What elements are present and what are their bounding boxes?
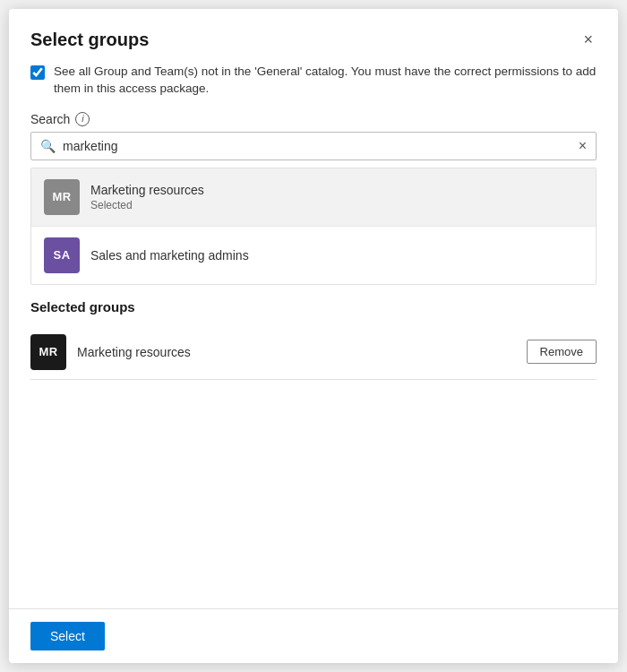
select-button[interactable]: Select bbox=[30, 622, 105, 650]
result-name-mr: Marketing resources bbox=[90, 183, 204, 197]
close-button[interactable]: × bbox=[580, 27, 597, 53]
result-name-sa: Sales and marketing admins bbox=[90, 248, 249, 263]
remove-button-mr[interactable]: Remove bbox=[527, 340, 597, 364]
search-box: 🔍 × bbox=[30, 132, 597, 160]
dialog-body: See all Group and Team(s) not in the 'Ge… bbox=[9, 64, 618, 608]
avatar-sa: SA bbox=[44, 237, 80, 273]
see-all-groups-row: See all Group and Team(s) not in the 'Ge… bbox=[30, 64, 597, 98]
dialog-footer: Select bbox=[9, 608, 618, 663]
selected-group-item-mr: MR Marketing resources Remove bbox=[30, 325, 597, 380]
see-all-groups-checkbox[interactable] bbox=[30, 65, 45, 80]
dialog-header: Select groups × bbox=[9, 9, 618, 64]
search-label-row: Search i bbox=[30, 112, 597, 126]
selected-avatar-mr: MR bbox=[30, 334, 66, 370]
result-info-sa: Sales and marketing admins bbox=[90, 248, 249, 263]
result-item-marketing-resources[interactable]: MR Marketing resources Selected bbox=[31, 168, 596, 227]
clear-search-button[interactable]: × bbox=[579, 138, 587, 154]
search-input[interactable] bbox=[63, 139, 571, 153]
search-icon: 🔍 bbox=[40, 139, 56, 153]
clear-icon: × bbox=[579, 138, 587, 154]
selected-group-name-mr: Marketing resources bbox=[77, 345, 516, 359]
selected-groups-title: Selected groups bbox=[30, 299, 597, 314]
avatar-mr: MR bbox=[44, 179, 80, 215]
result-info-mr: Marketing resources Selected bbox=[90, 183, 204, 211]
results-list: MR Marketing resources Selected SA Sales… bbox=[30, 168, 597, 285]
close-icon: × bbox=[583, 30, 593, 49]
result-status-mr: Selected bbox=[90, 199, 204, 211]
select-groups-dialog: Select groups × See all Group and Team(s… bbox=[9, 9, 618, 663]
search-section: Search i 🔍 × bbox=[30, 112, 597, 160]
see-all-groups-label: See all Group and Team(s) not in the 'Ge… bbox=[54, 64, 597, 98]
search-label: Search bbox=[30, 112, 70, 126]
dialog-title: Select groups bbox=[30, 30, 149, 50]
info-icon[interactable]: i bbox=[75, 112, 90, 126]
result-item-sales-marketing-admins[interactable]: SA Sales and marketing admins bbox=[31, 227, 596, 284]
selected-groups-section: Selected groups MR Marketing resources R… bbox=[30, 299, 597, 608]
